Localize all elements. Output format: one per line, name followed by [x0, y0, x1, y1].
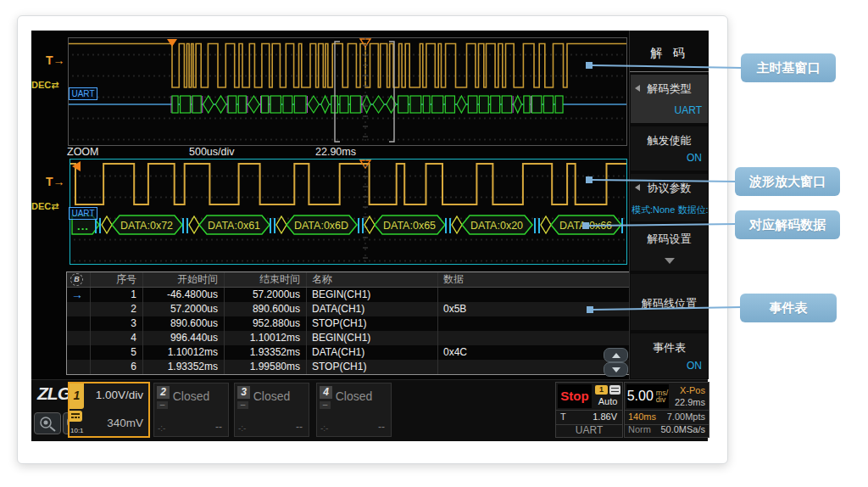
- table-row[interactable]: 2 57.2000us 890.600us DATA(CH1) 0x5B: [67, 302, 632, 316]
- decode-bit-cell: [261, 96, 268, 113]
- decode-bit-cell: [283, 96, 292, 113]
- decode-bit-cell: [423, 96, 430, 113]
- xpos-label: X-Pos: [680, 385, 705, 395]
- acquisition-state: Stop: [558, 384, 592, 408]
- channel-3-box[interactable]: 3 – Closed -:- --: [234, 383, 309, 437]
- decode-bit-cell: [524, 96, 530, 113]
- arrow-right-icon: →: [53, 53, 65, 67]
- swap-arrows-icon: ⇄: [51, 201, 58, 211]
- frame-start-diamond-icon: [189, 216, 199, 233]
- trigger-type: UART: [556, 424, 622, 437]
- col-start-time: 开始时间: [143, 272, 225, 287]
- decode-bit-cell: [479, 96, 488, 113]
- main-timebase-window[interactable]: [68, 37, 627, 146]
- table-scroll-down-button[interactable]: [604, 362, 628, 377]
- menu-item-protocol-params[interactable]: 协议参数 模式:None 数据位:8: [631, 174, 708, 221]
- dropdown-arrow-icon: [665, 258, 675, 264]
- decode-bit-cell: [432, 96, 443, 113]
- zoom-offset-readout: 22.90ms: [315, 146, 356, 158]
- zoom-waveform: ...DATA:0x72DATA:0x61DATA:0x6DDATA:0x65D…: [70, 160, 626, 264]
- annotated-oscilloscope-screenshot: T→ DEC⇄ UART ZOOM 500us/div 22.90ms ...D…: [0, 0, 868, 487]
- swap-arrows-icon: ⇄: [51, 80, 58, 90]
- ch1-trace: [69, 44, 626, 88]
- table-row[interactable]: 3 890.600us 952.880us STOP(CH1): [67, 316, 632, 331]
- decode-bit-cell: [350, 96, 360, 113]
- decoded-data-row[interactable]: ...DATA:0x72DATA:0x61DATA:0x6DDATA:0x65D…: [72, 216, 622, 234]
- uart-protocol-tag-zoom: UART: [69, 207, 97, 220]
- decode-data-text: DATA:0x6D: [294, 220, 348, 232]
- menu-item-event-table[interactable]: 事件表 ON: [631, 333, 708, 378]
- zoom-region-left-bracket[interactable]: [335, 42, 340, 142]
- frame-start-diamond-icon: [276, 216, 287, 233]
- menu-item-decode-type[interactable]: 解码类型 UART: [631, 75, 708, 123]
- menu-item-decode-settings[interactable]: 解码设置: [631, 225, 708, 271]
- decode-bit-cell: [398, 96, 409, 113]
- callout-main-timebase-window: 主时基窗口: [741, 53, 836, 82]
- decode-bit-cell: [502, 96, 511, 113]
- ch1-zoom-trace: [70, 164, 626, 204]
- decode-line-label[interactable]: DEC⇄: [31, 80, 58, 91]
- decode-frame-diamond: [321, 96, 329, 113]
- col-name: 名称: [307, 272, 438, 287]
- table-scroll-up-button[interactable]: [604, 348, 628, 362]
- trigger-level-label-zoom[interactable]: T→: [46, 175, 65, 188]
- zoom-scale-readout: 500us/div: [189, 146, 235, 158]
- arrow-right-icon: →: [53, 175, 65, 188]
- record-length-points: 7.00Mpts: [667, 411, 705, 422]
- chevron-up-icon: [612, 353, 620, 358]
- decode-frame-diamond: [373, 96, 384, 113]
- decode-bit-cell: [491, 96, 500, 113]
- xpos-value: 22.9ms: [675, 397, 705, 407]
- timebase-scale: 5.00 ms/div: [626, 384, 669, 408]
- menu-item-decode-line-position[interactable]: 解码线位置: [631, 274, 708, 330]
- dc-coupling-icon: [70, 411, 82, 422]
- decode-menu-panel: 解 码 解码类型 UART 触发使能 ON 协议参数 模式:None 数据位:8…: [629, 31, 709, 379]
- decode-bit-cell: [532, 96, 542, 113]
- table-row[interactable]: 4 996.440us 1.10012ms BEGIN(CH1): [67, 331, 632, 345]
- frame-start-diamond-icon: [452, 216, 462, 233]
- col-data: 数据: [438, 272, 632, 287]
- uart-protocol-tag: UART: [69, 87, 97, 100]
- decode-bit-cell: [192, 96, 201, 113]
- menu-title: 解 码: [630, 46, 709, 72]
- trigger-position-marker[interactable]: [167, 39, 177, 47]
- record-length-time: 140ms: [628, 411, 656, 422]
- decode-bit-cell: [181, 96, 191, 113]
- acquire-mode: Norm: [628, 424, 651, 434]
- decode-data-text: DATA:0x66: [559, 220, 612, 232]
- channel-1-box[interactable]: 1 10:1 1.00V/div 340mV: [68, 382, 150, 438]
- col-index: 序号: [91, 272, 143, 287]
- frame-start-diamond-icon: [541, 216, 551, 233]
- decode-frame-diamond: [309, 96, 320, 113]
- menu-item-trigger-enable[interactable]: 触发使能 ON: [631, 126, 708, 171]
- frame-start-diamond-icon: [364, 216, 375, 233]
- table-row[interactable]: → 1 -46.4800us 57.2000us BEGIN(CH1): [67, 288, 632, 302]
- callout-zoom-window: 波形放大窗口: [735, 167, 840, 196]
- probe-ratio: 10:1: [70, 427, 84, 434]
- sample-rate-row: Norm 50.0MSa/s: [625, 424, 709, 437]
- table-row[interactable]: 5 1.10012ms 1.93352ms DATA(CH1) 0x4C: [67, 345, 632, 360]
- channel-2-box[interactable]: 2 – Closed -:- --: [153, 383, 229, 437]
- trigger-level-row: T 1.86V: [556, 410, 622, 425]
- current-row-pointer-icon: →: [67, 288, 83, 301]
- callout-event-table: 事件表: [740, 294, 837, 322]
- waveform-zoom-window[interactable]: ...DATA:0x72DATA:0x61DATA:0x6DDATA:0x65D…: [70, 159, 627, 265]
- trigger-level-label[interactable]: T→: [46, 53, 65, 67]
- touch-gesture-icon[interactable]: [34, 412, 61, 434]
- callout-decoded-data: 对应解码数据: [735, 210, 840, 239]
- frame-start-diamond-icon: [102, 216, 112, 233]
- channel-4-box[interactable]: 4 – Closed -:- --: [316, 383, 392, 437]
- decode-bit-cell: [555, 96, 563, 113]
- trigger-status-block[interactable]: Stop 1 Auto T 1.86V UART: [555, 382, 623, 438]
- decode-bit-cell: [445, 96, 454, 113]
- decode-line-label-zoom[interactable]: DEC⇄: [31, 201, 58, 212]
- zoom-window-title: ZOOM: [67, 146, 99, 158]
- table-row[interactable]: 6 1.93352ms 1.99580ms STOP(CH1): [67, 360, 632, 374]
- channel-1-number: 1: [70, 383, 84, 409]
- trigger-source-badge: 1: [595, 385, 608, 395]
- decode-frame-diamond: [363, 96, 370, 113]
- timebase-status-block[interactable]: 5.00 ms/div X-Pos 22.9ms 140ms 7.00Mpts …: [624, 382, 709, 438]
- channel-offset: 340mV: [107, 417, 143, 429]
- chevron-down-icon: [612, 367, 620, 372]
- decode-bit-cell: [468, 96, 477, 113]
